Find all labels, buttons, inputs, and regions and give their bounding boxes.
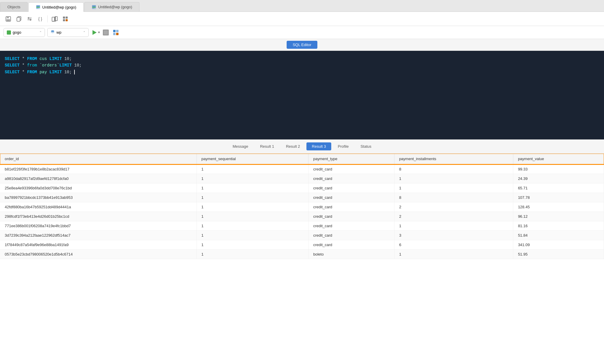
table-row: a9810da82917af2d9aefd1278f1dcfa01credit_…: [0, 174, 604, 183]
table-cell: 1f78449c87a54faf9e96e88ba1491fa9: [0, 240, 197, 250]
run-button[interactable]: ▼: [91, 28, 100, 37]
connection-bar: gogo ⌃ wp ⌃ ▼: [0, 26, 604, 39]
grid-button[interactable]: [61, 14, 70, 24]
table-cell: 298fcdf1f73eb413e4d26d01b25bc1cd: [0, 212, 197, 221]
table-cell: credit_card: [309, 183, 394, 193]
table-row: 42fdf880ba16b47b59251dd489d4441a1credit_…: [0, 202, 604, 212]
tab-untitled2-label: Untitled@wp (gogo): [98, 5, 132, 9]
table-cell: credit_card: [309, 164, 394, 174]
col-payment-sequential: payment_sequential: [197, 154, 309, 164]
svg-rect-2: [36, 7, 40, 8]
table-row: 25e8ea4e93396b6fa0d3dd708e76c1bd1credit_…: [0, 183, 604, 193]
run-arrow-icon: ▼: [98, 31, 100, 34]
schema-arrow-icon: ⌃: [39, 31, 42, 34]
toolbar-separator: [47, 15, 48, 22]
tab-result2[interactable]: Result 2: [281, 142, 306, 150]
table-cell: a9810da82917af2d9aefd1278f1dcfa0: [0, 174, 197, 183]
table-cell: 8: [394, 193, 513, 202]
tab-result1[interactable]: Result 1: [255, 142, 280, 150]
data-table-container[interactable]: order_id payment_sequential payment_type…: [0, 154, 604, 364]
copy-button[interactable]: [14, 14, 24, 24]
table-cell: credit_card: [309, 202, 394, 212]
table-cell: 1: [197, 240, 309, 250]
table-cell: 42fdf880ba16b47b59251dd489d4441a: [0, 202, 197, 212]
svg-marker-22: [92, 30, 97, 35]
table-cell: ba78997921bbcdc1373bb41e913ab953: [0, 193, 197, 202]
database-label: wp: [56, 30, 81, 35]
code-editor[interactable]: SELECT * FROM cus LIMIT 10; SELECT * fro…: [0, 51, 604, 139]
table-cell: 1: [197, 202, 309, 212]
explain-button[interactable]: [111, 28, 121, 37]
table-row: 771ee386b001f06208a7419e4fc1bbd71credit_…: [0, 221, 604, 231]
tab-objects[interactable]: Objects: [0, 2, 28, 12]
table-row: 1f78449c87a54faf9e96e88ba1491fa91credit_…: [0, 240, 604, 250]
stop-button[interactable]: [103, 30, 109, 35]
svg-rect-19: [63, 19, 65, 21]
sql-editor-label-bar: SQL Editor: [0, 39, 604, 51]
svg-rect-12: [17, 17, 20, 21]
wrap-icon: { }: [38, 17, 42, 21]
svg-rect-23: [104, 30, 108, 35]
run-icon: [91, 29, 98, 36]
stop-icon: [103, 30, 109, 35]
table-row: ba78997921bbcdc1373bb41e913ab9531credit_…: [0, 193, 604, 202]
table-row: 0573b5e23cbd798006520e1d5b4c67141boleto1…: [0, 250, 604, 259]
table-cell: 6: [394, 240, 513, 250]
svg-rect-3: [36, 8, 39, 9]
table-cell: 1: [394, 250, 513, 259]
tab-profile[interactable]: Profile: [332, 142, 354, 150]
tab-status[interactable]: Status: [355, 142, 377, 150]
copy-icon: [16, 16, 22, 22]
result-table: order_id payment_sequential payment_type…: [0, 154, 604, 259]
table-cell: 65.71: [513, 183, 604, 193]
format-button[interactable]: [25, 14, 34, 24]
svg-rect-25: [116, 30, 118, 32]
tab-db-icon2: [92, 5, 96, 9]
app-window: Objects Untitled@wp (gogo) Untitled@wp (…: [0, 0, 604, 364]
svg-rect-17: [63, 17, 65, 19]
schema-selector[interactable]: gogo ⌃: [4, 28, 45, 37]
table-cell: 1: [197, 250, 309, 259]
svg-rect-5: [92, 6, 96, 6]
tab-message[interactable]: Message: [227, 142, 254, 150]
table-row: 3d7239c394a212faae122962df514ac71credit_…: [0, 231, 604, 240]
table-cell: 25e8ea4e93396b6fa0d3dd708e76c1bd: [0, 183, 197, 193]
tab-db-icon: [36, 5, 40, 9]
table-cell: 1: [197, 174, 309, 183]
table-cell: 3d7239c394a212faae122962df514ac7: [0, 231, 197, 240]
table-cell: credit_card: [309, 221, 394, 231]
tab-untitled1[interactable]: Untitled@wp (gogo): [28, 2, 84, 12]
table-cell: 0573b5e23cbd798006520e1d5b4c6714: [0, 250, 197, 259]
tab-label: Objects: [7, 5, 20, 9]
open-file-icon: [51, 16, 58, 22]
svg-rect-9: [7, 17, 9, 18]
open-file-button[interactable]: [50, 14, 59, 24]
svg-rect-1: [36, 6, 40, 6]
svg-rect-27: [116, 33, 118, 35]
table-cell: 2: [394, 202, 513, 212]
tab-untitled1-label: Untitled@wp (gogo): [42, 5, 76, 9]
database-selector[interactable]: wp ⌃: [47, 28, 89, 37]
code-line-3: SELECT * FROM pay LIMIT 10;: [5, 69, 599, 75]
table-cell: credit_card: [309, 193, 394, 202]
table-header-row: order_id payment_sequential payment_type…: [0, 154, 604, 164]
svg-rect-26: [113, 33, 116, 35]
svg-rect-15: [52, 17, 54, 21]
table-cell: 81.16: [513, 221, 604, 231]
table-row: 298fcdf1f73eb413e4d26d01b25bc1cd1credit_…: [0, 212, 604, 221]
svg-rect-24: [113, 30, 116, 32]
col-order-id: order_id: [0, 154, 197, 164]
sql-editor-label: SQL Editor: [287, 41, 317, 49]
schema-label: gogo: [13, 30, 38, 35]
table-cell: 1: [197, 221, 309, 231]
table-cell: 99.33: [513, 164, 604, 174]
col-payment-type: payment_type: [309, 154, 394, 164]
table-cell: 51.84: [513, 231, 604, 240]
result-tabs-bar: Message Result 1 Result 2 Result 3 Profi…: [0, 139, 604, 154]
table-cell: 1: [197, 212, 309, 221]
wrap-button[interactable]: { }: [35, 14, 45, 24]
save-button[interactable]: [4, 14, 13, 24]
table-cell: credit_card: [309, 174, 394, 183]
tab-untitled2[interactable]: Untitled@wp (gogo): [84, 2, 139, 12]
tab-result3[interactable]: Result 3: [306, 142, 331, 150]
